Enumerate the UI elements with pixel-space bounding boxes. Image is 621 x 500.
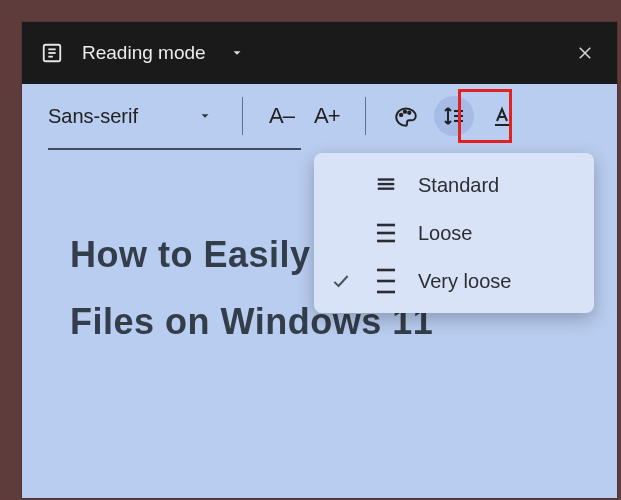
close-button[interactable] [567, 35, 603, 71]
font-family-value: Sans-serif [48, 105, 138, 128]
increase-font-button[interactable]: A+ [308, 99, 346, 133]
menu-item-label: Very loose [418, 270, 511, 293]
chevron-down-icon [198, 109, 212, 123]
menu-item-label: Standard [418, 174, 499, 197]
svg-point-8 [409, 112, 411, 114]
decrease-font-button[interactable]: A– [263, 99, 300, 133]
line-spacing-button[interactable] [434, 96, 474, 136]
check-icon [328, 271, 354, 291]
text-options-button[interactable] [482, 96, 522, 136]
spacing-medium-icon [368, 221, 404, 245]
svg-point-6 [400, 114, 402, 116]
separator [242, 97, 243, 135]
menu-item-loose[interactable]: Loose [318, 209, 590, 257]
line-spacing-menu: Standard Loose Very loose [314, 153, 594, 313]
mode-dropdown-button[interactable] [230, 46, 244, 60]
theme-button[interactable] [386, 96, 426, 136]
menu-item-very-loose[interactable]: Very loose [318, 257, 590, 305]
svg-point-7 [404, 110, 406, 112]
font-family-dropdown[interactable]: Sans-serif [48, 105, 226, 128]
reading-mode-icon [40, 41, 64, 65]
title-label: Reading mode [82, 42, 206, 64]
menu-item-label: Loose [418, 222, 473, 245]
separator [365, 97, 366, 135]
menu-item-standard[interactable]: Standard [318, 161, 590, 209]
spacing-loose-icon [368, 267, 404, 295]
titlebar: Reading mode [22, 22, 617, 84]
spacing-tight-icon [368, 174, 404, 196]
reading-toolbar: Sans-serif A– A+ [22, 84, 617, 148]
